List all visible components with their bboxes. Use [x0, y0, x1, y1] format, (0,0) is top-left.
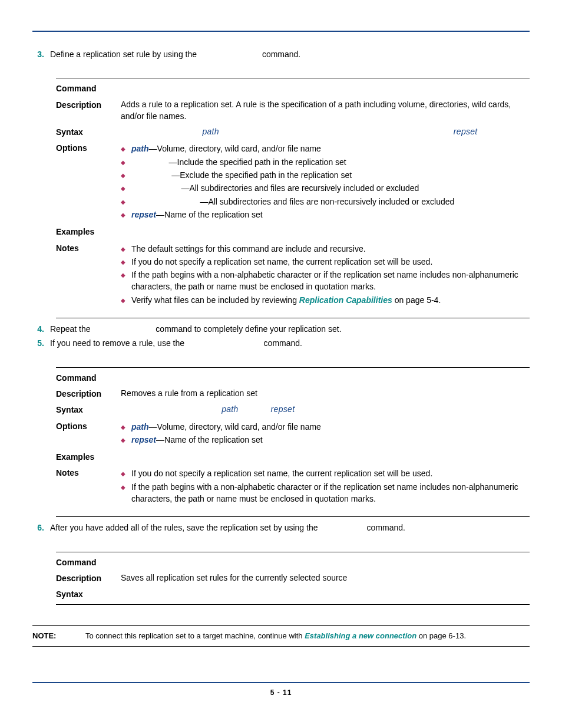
bullet-diamond-icon: ◆ — [121, 211, 127, 220]
option-item: ◆EXCLUDE—Exclude the specified path in t… — [121, 169, 530, 181]
option-var: INCLUDE — [131, 157, 169, 167]
row-label-options: Options — [56, 420, 121, 432]
separator — [56, 552, 530, 552]
row-label-examples: Examples — [56, 225, 121, 238]
separator — [56, 516, 530, 517]
bullet-diamond-icon: ◆ — [121, 423, 127, 433]
text: command. — [262, 338, 302, 348]
syntax-text: REPSET SAVE — [121, 588, 530, 599]
note-text: If you do not specify a replication set … — [131, 467, 530, 479]
examples-text: repset rule remove SYS:\database — [121, 450, 530, 462]
bullet-diamond-icon: ◆ — [121, 172, 127, 181]
option-item: ◆path—Volume, directory, wild card, and/… — [121, 143, 530, 154]
text: Repeat the — [50, 324, 92, 334]
text: command. — [260, 50, 300, 59]
command-block-repset-rule-remove: Command REPSET RULE REMOVE Description R… — [56, 371, 530, 506]
examples-text: repset rule add SYS:\database — [121, 225, 530, 237]
bullet-diamond-icon: ◆ — [121, 159, 127, 168]
inline-command: repset rule remove — [187, 338, 262, 348]
option-text: RECURSIVE—All subdirectories and files a… — [131, 182, 530, 194]
option-desc: —All subdirectories and files are recurs… — [181, 183, 419, 193]
row-label-notes: Notes — [56, 242, 121, 254]
option-text: repset—Name of the replication set — [131, 209, 530, 220]
inline-command: repset rule add — [92, 324, 153, 334]
option-item: ◆repset—Name of the replication set — [121, 209, 530, 220]
step-5: 5. If you need to remove a rule, use the… — [32, 337, 530, 349]
syntax-part: REPSET RULE ADD — [121, 127, 202, 136]
row-label-examples: Examples — [56, 450, 121, 463]
step-6: 6. After you have added all of the rules… — [32, 522, 530, 533]
step-text: Repeat the repset rule add command to co… — [50, 323, 530, 335]
option-text: repset—Name of the replication set — [131, 434, 530, 446]
syntax-var-repset: repset — [271, 404, 295, 414]
note-text: The default settings for this command ar… — [131, 243, 530, 255]
option-text: NONRECURSIVE—All subdirectories and file… — [131, 196, 530, 207]
description-text: Saves all replication set rules for the … — [121, 572, 530, 584]
option-var: NONRECURSIVE — [131, 197, 200, 206]
notes-list: ◆If you do not specify a replication set… — [121, 466, 530, 506]
option-text: path—Volume, directory, wild card, and/o… — [131, 421, 530, 433]
option-var: repset — [131, 435, 156, 444]
option-item: ◆path—Volume, directory, wild card, and/… — [121, 421, 530, 433]
note-item: ◆If the path begins with a non-alphabeti… — [121, 481, 530, 505]
note-item: ◆If you do not specify a replication set… — [121, 467, 530, 479]
text: If you need to remove a rule, use the — [50, 338, 187, 348]
bullet-diamond-icon: ◆ — [121, 436, 127, 446]
options-list: ◆path—Volume, directory, wild card, and/… — [121, 141, 530, 222]
link-replication-capabilities[interactable]: Replication Capabilities — [299, 295, 392, 305]
option-var: RECURSIVE — [131, 183, 181, 193]
description-text: Adds a rule to a replication set. A rule… — [121, 98, 530, 123]
bullet-diamond-icon: ◆ — [121, 185, 127, 194]
syntax-part: REPSET RULE REMOVE — [121, 404, 222, 414]
row-label-options: Options — [56, 141, 121, 154]
note-text: If the path begins with a non-alphabetic… — [131, 269, 530, 293]
separator — [56, 78, 530, 78]
option-item: ◆repset—Name of the replication set — [121, 434, 530, 446]
syntax-text: REPSET RULE REMOVE path [FROM repset] — [121, 403, 530, 415]
row-label-command: Command — [56, 556, 121, 568]
bullet-diamond-icon: ◆ — [121, 483, 127, 505]
row-label-description: Description — [56, 387, 121, 400]
step-4: 4. Repeat the repset rule add command to… — [32, 323, 530, 335]
row-label-syntax: Syntax — [56, 126, 121, 138]
row-label-description: Description — [56, 98, 121, 111]
notes-list: ◆The default settings for this command a… — [121, 242, 530, 307]
row-label-command: Command — [56, 82, 121, 94]
option-desc: —Exclude the specified path in the repli… — [171, 170, 352, 180]
note-text: If you do not specify a replication set … — [131, 256, 530, 268]
note-body: To connect this replication set to a tar… — [85, 631, 466, 642]
link-establishing-connection[interactable]: Establishing a new connection — [305, 631, 416, 640]
syntax-text: REPSET RULE ADD path [INCLUDE|EXCLUDE] [… — [121, 126, 530, 137]
command-name: REPSET RULE REMOVE — [121, 371, 530, 383]
option-item: ◆NONRECURSIVE—All subdirectories and fil… — [121, 196, 530, 207]
row-label-syntax: Syntax — [56, 588, 121, 600]
row-label-description: Description — [56, 572, 121, 584]
row-label-command: Command — [56, 371, 121, 384]
text: command. — [365, 523, 405, 532]
option-var: path — [131, 144, 149, 153]
separator — [56, 367, 530, 368]
page-number: 5 - 11 — [32, 688, 530, 710]
row-label-notes: Notes — [56, 466, 121, 479]
step-text: After you have added all of the rules, s… — [50, 522, 530, 533]
bullet-diamond-icon: ◆ — [121, 470, 127, 479]
step-number: 5. — [32, 337, 50, 349]
description-text: Removes a rule from a replication set — [121, 387, 530, 399]
option-desc: —Name of the replication set — [156, 210, 263, 219]
note-text: Verify what files can be included by rev… — [131, 294, 530, 306]
bullet-diamond-icon: ◆ — [121, 145, 127, 154]
step-number: 3. — [32, 48, 50, 60]
bullet-diamond-icon: ◆ — [121, 245, 127, 255]
separator — [56, 318, 530, 318]
text: command to completely define your replic… — [153, 324, 341, 334]
command-block-repset-rule-add: Command REPSET RULE ADD Description Adds… — [56, 82, 530, 307]
command-name: REPSET RULE ADD — [121, 82, 530, 94]
bullet-diamond-icon: ◆ — [121, 271, 127, 293]
note-text: If the path begins with a non-alphabetic… — [131, 481, 530, 505]
option-text: path—Volume, directory, wild card, and/o… — [131, 143, 530, 154]
note-item: ◆If you do not specify a replication set… — [121, 256, 530, 268]
separator — [56, 604, 530, 605]
option-var: path — [131, 422, 149, 431]
text: After you have added all of the rules, s… — [50, 523, 320, 532]
option-desc: —All subdirectories and files are non-re… — [200, 197, 454, 206]
